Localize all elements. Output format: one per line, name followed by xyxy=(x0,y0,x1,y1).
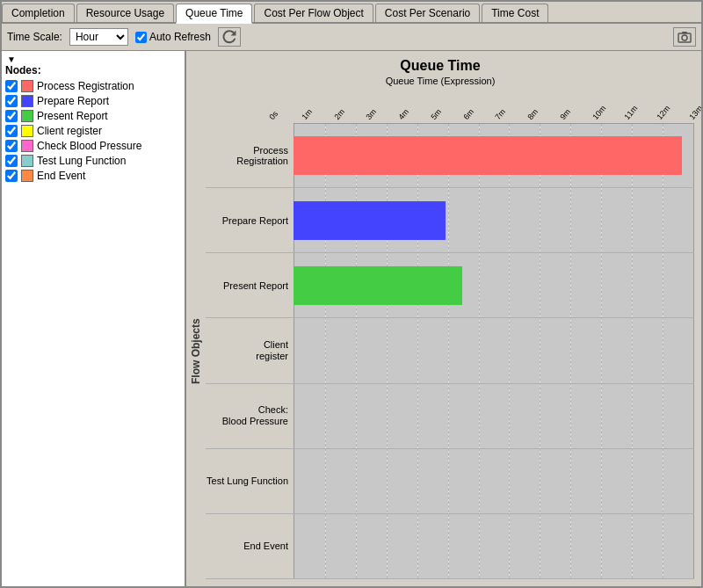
x-axis: 0s 1m 2m 3m 4m 5m 6m 7m 8m 9m 10m 11m 12… xyxy=(274,90,694,123)
node-label-process-registration: Process Registration xyxy=(37,80,134,92)
node-checkbox-test-lung-function[interactable] xyxy=(5,155,18,167)
node-label-end-event: End Event xyxy=(37,170,85,182)
node-color-prepare-report xyxy=(21,95,33,107)
bar-present-report xyxy=(294,266,462,305)
node-color-present-report xyxy=(21,110,33,122)
x-tick-11m: 11m xyxy=(623,104,640,121)
list-item: Client register xyxy=(5,125,181,137)
bar-prepare-report xyxy=(294,201,446,240)
auto-refresh-checkbox[interactable] xyxy=(135,32,147,43)
sidebar-title: Nodes: xyxy=(5,64,181,76)
x-tick-10m: 10m xyxy=(591,104,607,121)
chart-area: Queue Time Queue Time (Expression) 0s 1m… xyxy=(186,51,701,586)
row-label-prepare-report: Prepare Report xyxy=(206,215,294,226)
y-axis-label: Flow Objects xyxy=(186,123,206,579)
row-label-present-report: Present Report xyxy=(206,280,294,291)
camera-icon xyxy=(678,31,692,43)
x-tick-6m: 6m xyxy=(461,107,475,121)
x-tick-4m: 4m xyxy=(396,107,410,121)
chart-title: Queue Time xyxy=(186,58,694,74)
node-color-test-lung-function xyxy=(21,155,33,167)
bar-row-check-blood-pressure: Check:Blood Pressure xyxy=(206,384,694,449)
bars-wrapper: Process Registration Prepare Report xyxy=(206,123,694,579)
sidebar: ▼ Nodes: Process Registration Prepare Re… xyxy=(2,51,186,586)
x-tick-12m: 12m xyxy=(656,104,672,121)
main-window: Completion Resource Usage Queue Time Cos… xyxy=(0,0,703,588)
list-item: Present Report xyxy=(5,110,181,122)
auto-refresh-wrap: Auto Refresh xyxy=(135,31,211,43)
sidebar-collapse-arrow[interactable]: ▼ xyxy=(5,54,18,64)
camera-button[interactable] xyxy=(673,27,696,47)
x-tick-0s: 0s xyxy=(267,109,279,121)
chart-subtitle: Queue Time (Expression) xyxy=(186,76,694,86)
row-label-process-registration: Process Registration xyxy=(206,145,294,166)
list-item: Process Registration xyxy=(5,80,181,92)
bar-row-prepare-report: Prepare Report xyxy=(206,188,694,253)
rows-overlay: Process Registration Prepare Report xyxy=(206,123,694,579)
x-tick-9m: 9m xyxy=(558,107,572,121)
node-label-test-lung-function: Test Lung Function xyxy=(37,155,126,167)
bar-row-end-event: End Event xyxy=(206,514,694,579)
x-tick-3m: 3m xyxy=(365,107,379,121)
node-checkbox-end-event[interactable] xyxy=(5,170,18,182)
node-checkbox-prepare-report[interactable] xyxy=(5,95,18,107)
tab-cost-per-scenario[interactable]: Cost Per Scenario xyxy=(375,4,480,22)
bar-row-process-registration: Process Registration xyxy=(206,123,694,188)
node-checkbox-present-report[interactable] xyxy=(5,110,18,122)
row-label-client-register: Clientregister xyxy=(206,339,294,362)
tab-bar: Completion Resource Usage Queue Time Cos… xyxy=(2,2,701,24)
time-scale-select[interactable]: Hour Minute Second xyxy=(69,28,128,46)
svg-point-1 xyxy=(682,35,687,40)
node-label-prepare-report: Prepare Report xyxy=(37,95,109,107)
node-label-check-blood-pressure: Check Blood Pressure xyxy=(37,140,141,152)
node-label-present-report: Present Report xyxy=(37,110,108,122)
node-checkbox-client-register[interactable] xyxy=(5,125,18,137)
bar-row-present-report: Present Report xyxy=(206,253,694,318)
x-tick-7m: 7m xyxy=(494,107,508,121)
bar-row-client-register: Clientregister xyxy=(206,318,694,383)
node-checkbox-check-blood-pressure[interactable] xyxy=(5,140,18,152)
list-item: End Event xyxy=(5,170,181,182)
x-tick-1m: 1m xyxy=(300,107,314,121)
node-color-process-registration xyxy=(21,80,33,92)
tab-resource-usage[interactable]: Resource Usage xyxy=(76,4,174,22)
list-item: Check Blood Pressure xyxy=(5,140,181,152)
x-tick-8m: 8m xyxy=(525,107,540,121)
tab-completion[interactable]: Completion xyxy=(2,4,75,22)
node-color-client-register xyxy=(21,125,33,137)
node-checkbox-process-registration[interactable] xyxy=(5,80,18,92)
svg-rect-2 xyxy=(682,32,687,33)
bar-row-test-lung-function: Test Lung Function xyxy=(206,449,694,514)
x-tick-2m: 2m xyxy=(332,107,346,121)
node-color-end-event xyxy=(21,170,33,182)
row-label-test-lung-function: Test Lung Function xyxy=(206,475,294,486)
node-color-check-blood-pressure xyxy=(21,140,33,152)
list-item: Test Lung Function xyxy=(5,155,181,167)
x-tick-5m: 5m xyxy=(429,107,443,121)
row-label-end-event: End Event xyxy=(206,541,294,551)
tab-queue-time[interactable]: Queue Time xyxy=(176,4,252,24)
content-area: ▼ Nodes: Process Registration Prepare Re… xyxy=(2,51,701,586)
refresh-button[interactable] xyxy=(218,27,241,47)
x-tick-13m: 13m xyxy=(687,104,701,121)
tab-cost-per-flow-object[interactable]: Cost Per Flow Object xyxy=(254,4,373,22)
chart-inner: Flow Objects xyxy=(186,123,694,579)
bar-process-registration xyxy=(294,136,682,175)
time-scale-label: Time Scale: xyxy=(7,31,62,43)
row-label-check-blood-pressure: Check:Blood Pressure xyxy=(206,404,294,427)
node-label-client-register: Client register xyxy=(37,125,102,137)
toolbar: Time Scale: Hour Minute Second Auto Refr… xyxy=(2,24,701,51)
auto-refresh-label: Auto Refresh xyxy=(149,31,211,43)
refresh-icon xyxy=(222,30,236,44)
tab-time-cost[interactable]: Time Cost xyxy=(482,4,548,22)
list-item: Prepare Report xyxy=(5,95,181,107)
